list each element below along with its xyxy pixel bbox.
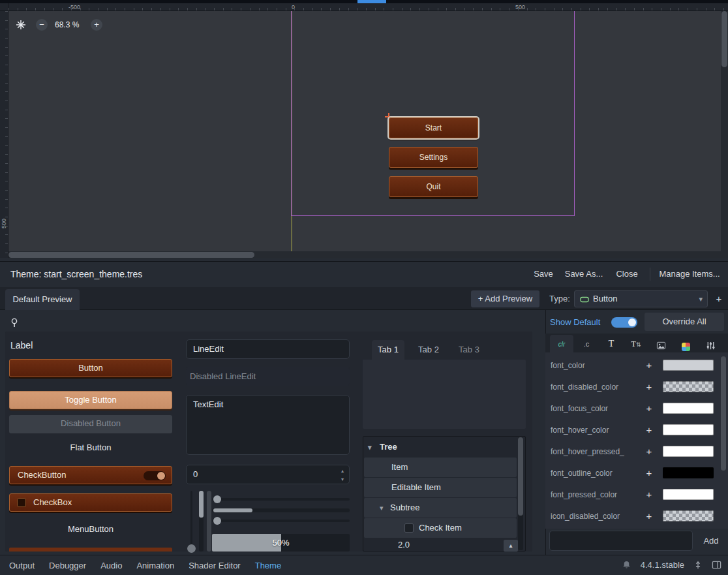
expand-bottom-panel-icon[interactable]	[712, 560, 721, 570]
preview-tab-2[interactable]: Tab 2	[412, 340, 445, 360]
scrollbar-thumb[interactable]	[518, 437, 523, 516]
bottom-tab-animation[interactable]: Animation	[136, 561, 174, 570]
add-override-button[interactable]: +	[642, 444, 656, 459]
color-swatch[interactable]	[663, 489, 714, 500]
preview-vscrollbar-1[interactable]	[199, 491, 204, 552]
override-all-button[interactable]: Override All	[645, 313, 724, 331]
center-view-icon[interactable]	[16, 20, 26, 30]
preview-vslider-track[interactable]	[190, 491, 192, 552]
color-swatch[interactable]	[663, 467, 714, 478]
preview-picker-icon[interactable]	[9, 317, 20, 328]
tab-font-sizes[interactable]: T⇅	[624, 335, 648, 352]
tree-item-subtree[interactable]: ▾ Subtree	[364, 498, 517, 518]
preview-tab-3[interactable]: Tab 3	[453, 340, 485, 360]
viewport-horizontal-scrollbar[interactable]	[8, 251, 721, 258]
spin-down-icon[interactable]: ▾	[341, 475, 344, 484]
add-override-button[interactable]: +	[642, 380, 656, 394]
tree-item-check[interactable]: Check Item	[364, 518, 517, 538]
tab-styleboxes[interactable]	[674, 335, 697, 352]
zoom-in-button[interactable]: +	[91, 19, 102, 31]
preview-hslider-1-grabber[interactable]	[213, 495, 221, 503]
preview-toggle-button[interactable]: Toggle Button	[9, 391, 172, 409]
scrollbar-thumb[interactable]	[721, 11, 727, 67]
zoom-level[interactable]: 68.3 %	[55, 20, 79, 29]
tab-colors[interactable]: clr	[550, 335, 573, 352]
tree-scrollbar[interactable]	[518, 437, 523, 550]
scrollbar-thumb[interactable]	[199, 491, 204, 518]
tab-icons[interactable]	[649, 335, 673, 352]
bottom-tab-audio[interactable]: Audio	[100, 561, 122, 570]
color-swatch[interactable]	[663, 403, 714, 414]
checkbox-icon[interactable]	[404, 523, 414, 533]
items-scrollbar-thumb[interactable]	[721, 356, 726, 471]
add-type-button[interactable]: +	[711, 290, 727, 307]
preview-spin-box[interactable]: 0 ▴ ▾	[186, 465, 350, 484]
scrollbar-thumb[interactable]	[213, 508, 252, 512]
save-button[interactable]: Save	[528, 266, 558, 282]
add-override-button[interactable]: +	[642, 358, 656, 373]
color-swatch[interactable]	[663, 424, 714, 435]
spin-arrows[interactable]: ▴ ▾	[341, 467, 344, 484]
preview-text-edit[interactable]: TextEdit	[186, 395, 350, 455]
add-preview-button[interactable]: + Add Preview	[471, 290, 539, 307]
color-swatch[interactable]	[663, 360, 714, 371]
viewport-vertical-scrollbar[interactable]	[721, 11, 728, 251]
bottom-tab-shader-editor[interactable]: Shader Editor	[189, 561, 241, 570]
preview-button[interactable]: Button	[9, 359, 172, 377]
preview-option-button-clipped[interactable]	[9, 548, 172, 552]
tab-constants[interactable]: .c	[575, 335, 598, 352]
add-override-button[interactable]: +	[642, 401, 656, 416]
notification-bell-icon[interactable]	[622, 560, 631, 570]
zoom-out-button[interactable]: −	[36, 19, 48, 31]
spin-up-button[interactable]: ▴	[504, 540, 518, 552]
color-swatch[interactable]	[663, 381, 714, 392]
bottom-tab-output[interactable]: Output	[9, 561, 35, 570]
preview-menu-button[interactable]: MenuButton	[9, 521, 172, 539]
property-name: font_color	[551, 356, 585, 375]
preview-vslider-grabber[interactable]	[187, 544, 196, 553]
tree-item[interactable]: Editable Item	[364, 478, 517, 497]
tab-fonts[interactable]: T	[599, 335, 623, 352]
spin-up-icon[interactable]: ▴	[341, 467, 344, 475]
collapse-icon[interactable]: ▾	[368, 437, 372, 457]
tab-theme-overrides[interactable]	[699, 335, 722, 352]
color-swatch[interactable]	[663, 510, 714, 521]
add-override-button[interactable]: +	[642, 423, 656, 437]
close-button[interactable]: Close	[611, 266, 643, 282]
2d-viewport[interactable]: − 68.3 % + Start Settings Quit	[8, 11, 721, 251]
preview-line-edit[interactable]: LineEdit	[186, 339, 350, 359]
bottom-tab-debugger[interactable]: Debugger	[49, 561, 86, 570]
add-item-input[interactable]	[549, 531, 693, 551]
preview-flat-button[interactable]: Flat Button	[9, 439, 172, 458]
preview-check-box[interactable]: CheckBox	[9, 493, 172, 512]
scrollbar-thumb[interactable]	[8, 252, 254, 258]
preview-vscrollbar-2[interactable]	[207, 491, 211, 552]
game-quit-button[interactable]: Quit	[389, 176, 478, 197]
game-settings-button[interactable]: Settings	[389, 147, 478, 168]
preview-hscrollbar[interactable]	[212, 508, 350, 512]
tab-default-preview[interactable]: Default Preview	[5, 289, 80, 310]
tree-item[interactable]: Item	[364, 458, 517, 477]
manage-items-button[interactable]: Manage Items...	[656, 266, 723, 282]
tree-root-row[interactable]: ▾ Tree	[364, 437, 524, 457]
save-as-button[interactable]: Save As...	[562, 266, 605, 282]
collapse-icon[interactable]: ▾	[380, 498, 384, 518]
tree-spin-row[interactable]: 2.0 ▴	[364, 538, 517, 552]
preview-hslider-2-grabber[interactable]	[213, 517, 221, 525]
add-override-button[interactable]: +	[642, 466, 656, 480]
add-override-button[interactable]: +	[642, 488, 656, 502]
color-swatch[interactable]	[663, 446, 714, 457]
pin-bottom-panel-icon[interactable]	[693, 561, 703, 570]
preview-check-button[interactable]: CheckButton	[9, 466, 172, 484]
type-dropdown[interactable]: Button ▾	[574, 290, 708, 307]
preview-hslider-1-track[interactable]	[212, 498, 350, 501]
preview-tab-1[interactable]: Tab 1	[372, 340, 404, 360]
add-override-button[interactable]: +	[642, 509, 656, 523]
show-default-label[interactable]: Show Default	[550, 315, 600, 330]
show-default-toggle[interactable]	[611, 317, 637, 328]
add-item-button[interactable]: Add	[697, 531, 725, 551]
game-start-button[interactable]: Start	[389, 117, 478, 138]
preview-hslider-2-track[interactable]	[212, 520, 350, 522]
bottom-tab-theme[interactable]: Theme	[255, 561, 281, 570]
scrollbar-thumb[interactable]	[207, 491, 211, 552]
